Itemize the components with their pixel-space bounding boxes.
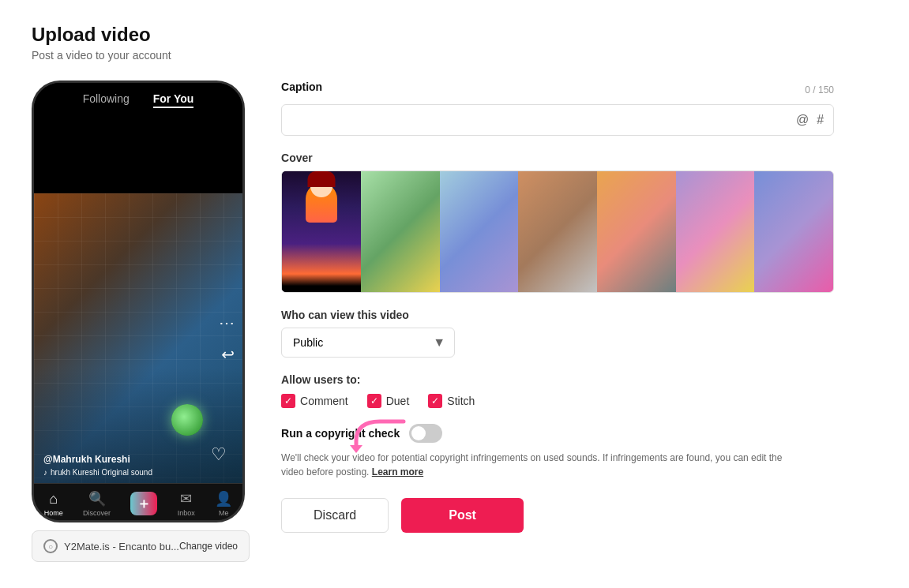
- cover-label: Cover: [281, 152, 834, 164]
- learn-more-link[interactable]: Learn more: [372, 466, 423, 478]
- duet-checkbox[interactable]: ✓: [367, 394, 381, 408]
- caption-label: Caption: [281, 81, 322, 93]
- allow-options: ✓ Comment ✓ Duet ✓ Stitch: [281, 394, 834, 408]
- comment-label: Comment: [300, 395, 348, 407]
- hash-icon[interactable]: #: [817, 113, 824, 127]
- toggle-knob: [411, 426, 426, 440]
- phone-nav-for-you[interactable]: For You: [153, 92, 194, 108]
- phone-username: @Mahrukh Kureshi: [43, 454, 203, 465]
- video-filename: Y2Mate.is - Encanto bu...: [64, 541, 179, 552]
- right-panel: Caption 0 / 150 @ # Cover: [281, 81, 834, 533]
- thumbnail-6[interactable]: [754, 171, 833, 292]
- stitch-label: Stitch: [447, 395, 475, 407]
- copyright-row: Run a copyright check: [281, 424, 834, 443]
- thumbnail-4[interactable]: [597, 171, 676, 292]
- profile-icon: 👤: [215, 490, 232, 507]
- comment-checkbox[interactable]: ✓: [281, 394, 295, 408]
- cover-strip[interactable]: [281, 170, 834, 293]
- thumbnail-3[interactable]: [518, 171, 597, 292]
- caption-input[interactable]: [291, 114, 796, 126]
- cover-thumbnails: [361, 171, 833, 292]
- phone-mockup: Following For You ⋯ ↪ ♡: [32, 81, 250, 562]
- svg-marker-0: [350, 445, 362, 453]
- phone-share-icon[interactable]: ↪: [219, 345, 235, 364]
- page-title: Upload video: [32, 24, 877, 46]
- thumbnail-2[interactable]: [440, 171, 519, 292]
- phone-tab-inbox[interactable]: ✉ Inbox: [178, 490, 195, 517]
- duet-label: Duet: [386, 395, 410, 407]
- post-button[interactable]: Post: [401, 498, 524, 533]
- phone-tab-create[interactable]: ＋: [130, 492, 157, 515]
- stitch-checkbox[interactable]: ✓: [428, 394, 442, 408]
- search-icon: 🔍: [88, 490, 106, 507]
- inbox-icon: ✉: [180, 490, 192, 507]
- thumbnail-5[interactable]: [676, 171, 755, 292]
- phone-nav-following[interactable]: Following: [83, 92, 130, 108]
- cover-selected-frame[interactable]: [282, 171, 361, 292]
- allow-comment-option[interactable]: ✓ Comment: [281, 394, 348, 408]
- video-status-icon: ○: [43, 539, 58, 553]
- arrow-indicator: [344, 418, 408, 456]
- allow-users-label: Allow users to:: [281, 373, 834, 386]
- phone-sound: ♪ hrukh Kureshi Original sound: [43, 468, 203, 477]
- allow-stitch-option[interactable]: ✓ Stitch: [428, 394, 475, 408]
- visibility-dropdown[interactable]: Public Friends Private ▼: [281, 328, 455, 358]
- phone-tab-me[interactable]: 👤 Me: [215, 490, 232, 517]
- caption-input-wrapper[interactable]: @ #: [281, 104, 834, 136]
- action-buttons: Discard Post: [281, 498, 834, 533]
- allow-duet-option[interactable]: ✓ Duet: [367, 394, 410, 408]
- phone-tab-home[interactable]: ⌂ Home: [44, 491, 63, 517]
- phone-more-icon[interactable]: ⋯: [219, 313, 235, 332]
- phone-heart-icon[interactable]: ♡: [206, 442, 231, 467]
- visibility-select[interactable]: Public Friends Private: [281, 328, 455, 358]
- discard-button[interactable]: Discard: [281, 498, 389, 533]
- phone-tab-discover[interactable]: 🔍 Discover: [83, 490, 111, 517]
- plus-icon: ＋: [130, 492, 157, 515]
- visibility-label: Who can view this video: [281, 309, 834, 321]
- page-subtitle: Post a video to your account: [32, 49, 877, 62]
- change-video-button[interactable]: Change video: [179, 541, 238, 552]
- at-icon[interactable]: @: [796, 113, 809, 127]
- caption-count: 0 / 150: [805, 84, 834, 96]
- cover-selection-bar: [282, 287, 361, 292]
- copyright-toggle[interactable]: [409, 424, 442, 443]
- thumbnail-1[interactable]: [361, 171, 440, 292]
- home-icon: ⌂: [49, 491, 58, 507]
